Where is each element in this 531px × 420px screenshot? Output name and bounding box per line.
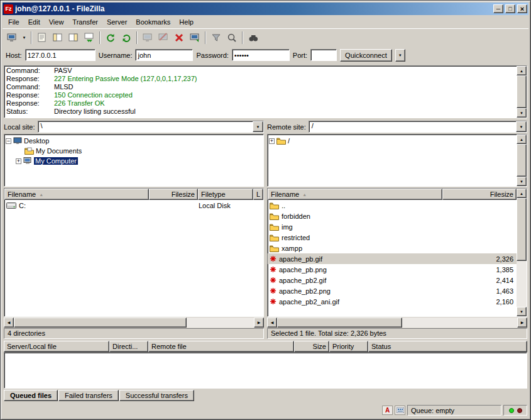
- menu-bookmarks[interactable]: Bookmarks: [131, 17, 175, 27]
- folder-icon: [270, 245, 279, 252]
- remote-site-combobox[interactable]: / ▼: [309, 121, 527, 133]
- file-row[interactable]: restricted: [268, 232, 517, 243]
- scroll-thumb[interactable]: [277, 318, 402, 328]
- maximize-button[interactable]: □: [505, 4, 515, 13]
- process-queue-icon[interactable]: [119, 30, 134, 45]
- tab-successful-transfers[interactable]: Successful transfers: [119, 390, 194, 401]
- log-line: Response: 227 Entering Passive Mode (127…: [6, 75, 515, 83]
- title-bar[interactable]: Fz john@127.0.0.1 - FileZilla ─ □ ×: [3, 3, 528, 15]
- scroll-down-icon[interactable]: ▼: [517, 108, 527, 118]
- column-header-status[interactable]: Status: [368, 341, 527, 352]
- site-manager-dropdown-icon[interactable]: ▼: [20, 30, 28, 45]
- scroll-thumb[interactable]: [14, 318, 187, 328]
- remote-status-text: Selected 1 file. Total size: 2,326 bytes: [267, 328, 527, 339]
- file-row[interactable]: apache_pb2.gif 2,414: [268, 275, 517, 285]
- scroll-up-icon[interactable]: ▲: [517, 189, 527, 198]
- column-header-priority[interactable]: Priority: [329, 341, 368, 352]
- password-input[interactable]: [232, 49, 290, 61]
- chevron-down-icon[interactable]: ▼: [253, 121, 263, 132]
- find-icon[interactable]: [246, 30, 261, 45]
- menu-help[interactable]: Help: [175, 17, 198, 27]
- file-row[interactable]: ..: [268, 200, 517, 211]
- port-input[interactable]: [310, 49, 337, 61]
- column-header-filetype[interactable]: Filetype: [198, 189, 253, 200]
- column-header-filename[interactable]: Filename ▲: [268, 189, 442, 200]
- tree-item-my-documents[interactable]: My Documents: [16, 146, 262, 156]
- scroll-thumb[interactable]: [517, 198, 527, 261]
- scroll-right-icon[interactable]: ▶: [517, 318, 527, 328]
- minimize-button[interactable]: ─: [493, 4, 503, 13]
- toggle-remote-tree-icon[interactable]: [66, 30, 81, 45]
- host-label: Host:: [6, 52, 22, 59]
- sort-asc-icon: ▲: [302, 192, 307, 197]
- file-row[interactable]: C: Local Disk: [4, 200, 263, 211]
- menu-server[interactable]: Server: [102, 17, 131, 27]
- column-header-size[interactable]: Size: [294, 341, 329, 352]
- scroll-down-icon[interactable]: ▼: [517, 177, 527, 186]
- chevron-down-icon[interactable]: ▼: [516, 121, 527, 132]
- connection-leds: [503, 405, 527, 416]
- remote-list-scrollbar[interactable]: ▲ ▼: [517, 189, 527, 316]
- collapse-icon[interactable]: −: [6, 138, 11, 144]
- refresh-icon[interactable]: [103, 30, 118, 45]
- file-row-selected[interactable]: apache_pb.gif 2,326: [268, 253, 517, 264]
- quickconnect-dropdown-icon[interactable]: ▼: [395, 49, 405, 62]
- close-button[interactable]: ×: [517, 4, 527, 13]
- remote-site-row: Remote site: / ▼: [267, 119, 527, 134]
- queue-body[interactable]: [4, 352, 527, 389]
- stop-icon[interactable]: [140, 30, 155, 45]
- cancel-icon[interactable]: [172, 30, 187, 45]
- scroll-left-icon[interactable]: ◀: [4, 318, 14, 328]
- file-row[interactable]: forbidden: [268, 211, 517, 221]
- column-header-filesize[interactable]: Filesize: [149, 189, 198, 200]
- tree-item-desktop[interactable]: − Desktop: [6, 136, 262, 146]
- host-input[interactable]: [25, 49, 96, 61]
- indicator-icon: [395, 406, 405, 415]
- tab-failed-transfers[interactable]: Failed transfers: [58, 390, 119, 401]
- file-row[interactable]: apache_pb2.png 1,463: [268, 285, 517, 296]
- remote-horizontal-scrollbar[interactable]: ◀ ▶: [267, 318, 527, 328]
- scroll-right-icon[interactable]: ▶: [254, 318, 264, 328]
- tab-queued-files[interactable]: Queued files: [4, 390, 58, 401]
- file-row[interactable]: apache_pb2_ani.gif 2,160: [268, 296, 517, 307]
- menu-view[interactable]: View: [45, 17, 68, 27]
- column-header-filename[interactable]: Filename ▲: [4, 189, 149, 200]
- column-header-filesize[interactable]: Filesize: [442, 189, 517, 200]
- filter-icon[interactable]: [209, 30, 224, 45]
- tree-item-my-computer[interactable]: + My Computer: [16, 156, 262, 166]
- column-header-remote-file[interactable]: Remote file: [148, 341, 294, 352]
- scroll-down-icon[interactable]: ▼: [517, 307, 527, 316]
- scroll-up-icon[interactable]: ▲: [517, 66, 527, 75]
- toggle-local-tree-icon[interactable]: [50, 30, 65, 45]
- remote-tree-scrollbar[interactable]: ▲ ▼: [517, 135, 527, 186]
- file-row[interactable]: apache_pb.png 1,385: [268, 264, 517, 275]
- column-header-lastmodified[interactable]: L: [253, 189, 263, 200]
- expand-icon[interactable]: +: [269, 138, 275, 144]
- toolbar-separator: [242, 31, 243, 44]
- file-row[interactable]: xampp: [268, 243, 517, 253]
- scroll-thumb[interactable]: [517, 75, 527, 108]
- menu-file[interactable]: File: [4, 17, 24, 27]
- quickconnect-button[interactable]: Quickconnect: [340, 49, 392, 62]
- file-row[interactable]: img: [268, 221, 517, 232]
- log-scrollbar[interactable]: ▲ ▼: [517, 66, 527, 118]
- tree-item-root[interactable]: + /: [269, 136, 515, 146]
- column-header-server-local-file[interactable]: Server/Local file: [4, 341, 109, 352]
- reconnect-icon[interactable]: [187, 30, 202, 45]
- column-header-direction[interactable]: Directi...: [109, 341, 148, 352]
- toggle-log-icon[interactable]: [35, 30, 50, 45]
- local-site-combobox[interactable]: \ ▼: [38, 121, 264, 133]
- menu-transfer[interactable]: Transfer: [68, 17, 102, 27]
- expand-icon[interactable]: +: [16, 158, 21, 164]
- scroll-left-icon[interactable]: ◀: [267, 318, 277, 328]
- menu-edit[interactable]: Edit: [24, 17, 45, 27]
- toggle-queue-icon[interactable]: [82, 30, 97, 45]
- site-manager-icon[interactable]: [4, 30, 19, 45]
- scroll-up-icon[interactable]: ▲: [517, 135, 527, 144]
- local-horizontal-scrollbar[interactable]: ◀ ▶: [4, 318, 264, 328]
- broken-image-icon: [270, 266, 276, 273]
- disconnect-icon[interactable]: [156, 30, 171, 45]
- username-input[interactable]: [135, 49, 193, 61]
- scroll-thumb[interactable]: [517, 144, 527, 177]
- compare-icon[interactable]: [224, 30, 239, 45]
